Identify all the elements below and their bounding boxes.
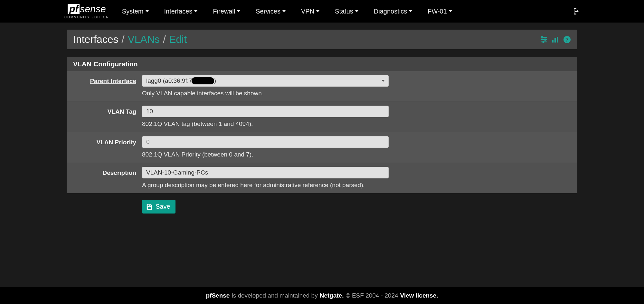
svg-rect-8	[557, 37, 558, 43]
chevron-down-icon	[409, 10, 412, 12]
redacted-mac	[192, 77, 214, 84]
nav-item-hostname[interactable]: FW-01	[428, 8, 452, 15]
logo-sense: sense	[80, 4, 106, 14]
svg-rect-3	[542, 37, 543, 38]
nav-label: System	[122, 8, 144, 15]
nav-label: Firewall	[213, 8, 235, 15]
description-input[interactable]	[142, 167, 389, 178]
footer-netgate[interactable]: Netgate.	[320, 292, 344, 299]
select-value-suffix: )	[214, 77, 216, 84]
parent-interface-select[interactable]: lagg0 (a0:36:9f:7)	[142, 75, 389, 87]
save-label: Save	[156, 203, 170, 210]
svg-rect-5	[543, 41, 544, 43]
footer: pfSense is developed and maintained by N…	[0, 287, 644, 304]
stats-icon[interactable]	[552, 36, 559, 43]
breadcrumb-bar: Interfaces / VLANs / Edit ?	[67, 30, 577, 49]
nav-label: VPN	[301, 8, 314, 15]
breadcrumb-root[interactable]: Interfaces	[73, 33, 118, 45]
row-vlan-tag: VLAN Tag 802.1Q VLAN tag (between 1 and …	[67, 102, 577, 132]
nav-item-diagnostics[interactable]: Diagnostics	[374, 8, 412, 15]
row-parent-interface: Parent Interface lagg0 (a0:36:9f:7) Only…	[67, 71, 577, 102]
vlan-config-panel: VLAN Configuration Parent Interface lagg…	[67, 57, 577, 193]
breadcrumb: Interfaces / VLANs / Edit	[73, 33, 187, 45]
save-button[interactable]: Save	[142, 200, 175, 214]
svg-rect-7	[554, 38, 556, 43]
chevron-down-icon	[237, 10, 240, 12]
nav-label: Status	[335, 8, 353, 15]
row-description: Description A group description may be e…	[67, 163, 577, 193]
save-icon	[146, 203, 153, 210]
footer-text: is developed and maintained by	[232, 292, 317, 299]
breadcrumb-mid[interactable]: VLANs	[128, 33, 160, 45]
help-icon[interactable]: ?	[563, 36, 571, 43]
chevron-down-icon	[449, 10, 452, 12]
nav-item-status[interactable]: Status	[335, 8, 358, 15]
vlan-tag-input[interactable]	[142, 106, 389, 117]
breadcrumb-sep: /	[163, 33, 166, 45]
breadcrumb-leaf[interactable]: Edit	[169, 33, 187, 45]
logout-icon[interactable]	[571, 7, 580, 15]
logo[interactable]: pf sense COMMUNITY EDITION	[64, 4, 109, 19]
nav-label: Services	[256, 8, 280, 15]
svg-rect-4	[545, 39, 546, 40]
main-container: Interfaces / VLANs / Edit ? VLAN Configu…	[67, 23, 577, 214]
sliders-icon[interactable]	[540, 36, 548, 43]
label-vlan-priority: VLAN Priority	[72, 136, 142, 146]
svg-rect-12	[149, 204, 150, 206]
footer-license-link[interactable]: View license.	[400, 292, 438, 299]
chevron-down-icon	[146, 10, 149, 12]
label-description: Description	[72, 167, 142, 176]
nav-label: FW-01	[428, 8, 447, 15]
nav-items: System Interfaces Firewall Services VPN …	[122, 8, 452, 15]
nav-item-vpn[interactable]: VPN	[301, 8, 319, 15]
breadcrumb-sep: /	[122, 33, 125, 45]
nav-item-interfaces[interactable]: Interfaces	[164, 8, 198, 15]
select-value-prefix: lagg0 (a0:36:9f:7	[146, 77, 192, 84]
label-vlan-tag: VLAN Tag	[72, 106, 142, 115]
row-vlan-priority: VLAN Priority 802.1Q VLAN Priority (betw…	[67, 132, 577, 163]
nav-item-services[interactable]: Services	[256, 8, 286, 15]
svg-text:?: ?	[565, 37, 569, 43]
help-vlan-tag: 802.1Q VLAN tag (between 1 and 4094).	[142, 120, 389, 128]
chevron-down-icon	[282, 10, 286, 12]
nav-label: Diagnostics	[374, 8, 407, 15]
logo-pf: pf	[68, 4, 79, 14]
chevron-down-icon	[316, 10, 319, 12]
footer-copyright: © ESF 2004 - 2024	[346, 292, 398, 299]
page-actions: ?	[540, 36, 571, 43]
footer-pfsense: pfSense	[206, 292, 230, 299]
top-navbar: pf sense COMMUNITY EDITION System Interf…	[0, 0, 644, 23]
svg-rect-6	[552, 40, 554, 43]
label-parent-interface: Parent Interface	[72, 75, 142, 85]
save-row: Save	[67, 193, 577, 214]
help-description: A group description may be entered here …	[142, 182, 389, 189]
chevron-down-icon	[355, 10, 358, 12]
nav-item-firewall[interactable]: Firewall	[213, 8, 240, 15]
logo-subtitle: COMMUNITY EDITION	[64, 15, 109, 19]
chevron-down-icon	[194, 10, 197, 12]
help-parent-interface: Only VLAN capable interfaces will be sho…	[142, 90, 389, 97]
vlan-priority-input[interactable]	[142, 136, 389, 148]
nav-item-system[interactable]: System	[122, 8, 149, 15]
nav-label: Interfaces	[164, 8, 193, 15]
help-vlan-priority: 802.1Q VLAN Priority (between 0 and 7).	[142, 151, 389, 158]
panel-title: VLAN Configuration	[67, 57, 577, 71]
